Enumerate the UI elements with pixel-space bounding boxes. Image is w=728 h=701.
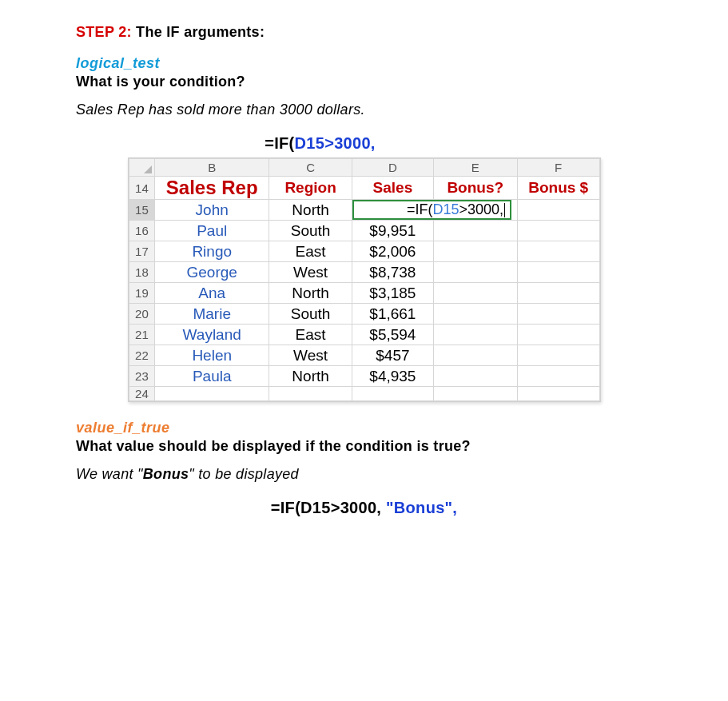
formula-highlight: D15>3000,	[295, 134, 376, 152]
spreadsheet-grid: B C D E F 14 Sales Rep Region Sales Bonu…	[129, 158, 600, 401]
cell-empty[interactable]	[517, 304, 599, 325]
row-header[interactable]: 16	[129, 221, 155, 241]
cell-region[interactable]: West	[269, 262, 352, 283]
hdr-bonus-amt[interactable]: Bonus $	[517, 177, 599, 200]
step-label: STEP 2:	[76, 24, 132, 40]
cell-sales[interactable]: $5,594	[352, 325, 433, 345]
cell-sales[interactable]: $4,935	[352, 366, 433, 387]
cell-empty[interactable]	[433, 387, 517, 401]
cell-empty[interactable]	[517, 387, 599, 401]
cell-empty[interactable]	[433, 241, 517, 262]
row-header[interactable]: 14	[129, 177, 155, 200]
cell-empty[interactable]	[433, 325, 517, 345]
cell-empty[interactable]	[517, 241, 599, 262]
cell-rep[interactable]: George	[155, 262, 269, 283]
cell-sales[interactable]: $457	[352, 345, 433, 366]
cell-empty[interactable]	[517, 325, 599, 345]
col-header-F[interactable]: F	[517, 159, 599, 177]
cell-rep[interactable]: John	[155, 200, 269, 221]
spreadsheet-screenshot: B C D E F 14 Sales Rep Region Sales Bonu…	[128, 157, 601, 402]
cell-region[interactable]: East	[269, 325, 352, 345]
cell-sales[interactable]: $2,006	[352, 241, 433, 262]
cell-sales[interactable]: $3,185	[352, 283, 433, 304]
formula-prefix: =IF(	[265, 134, 294, 152]
cell-rep[interactable]: Ana	[155, 283, 269, 304]
cell-sales[interactable]: $9,951	[352, 221, 433, 241]
row-header[interactable]: 15	[129, 200, 155, 221]
answer-post: " to be displayed	[189, 466, 299, 482]
col-header-D[interactable]: D	[352, 159, 433, 177]
cell-empty[interactable]	[433, 345, 517, 366]
row-header[interactable]: 18	[129, 262, 155, 283]
row-header[interactable]: 23	[129, 366, 155, 387]
answer-pre: We want "	[76, 466, 143, 482]
row-header[interactable]: 24	[129, 387, 155, 401]
cell-empty[interactable]	[517, 262, 599, 283]
table-row: 20 Marie South $1,661	[129, 304, 599, 325]
cell-region[interactable]: West	[269, 345, 352, 366]
cell-empty[interactable]	[517, 366, 599, 387]
hdr-sales[interactable]: Sales	[352, 177, 433, 200]
hdr-bonus-q[interactable]: Bonus?	[433, 177, 517, 200]
row-header[interactable]: 20	[129, 304, 155, 325]
table-row: 19 Ana North $3,185	[129, 283, 599, 304]
col-header-C[interactable]: C	[269, 159, 352, 177]
table-row: 17 Ringo East $2,006	[129, 241, 599, 262]
cell-region[interactable]: North	[269, 366, 352, 387]
row-header[interactable]: 19	[129, 283, 155, 304]
table-row: 16 Paul South $9,951	[129, 221, 599, 241]
table-row: 18 George West $8,738	[129, 262, 599, 283]
cell-empty[interactable]	[517, 221, 599, 241]
col-header-B[interactable]: B	[155, 159, 269, 177]
row-header[interactable]: 22	[129, 345, 155, 366]
cell-rep[interactable]: Ringo	[155, 241, 269, 262]
column-header-row: B C D E F	[129, 159, 599, 177]
cell-rep[interactable]: Helen	[155, 345, 269, 366]
step-rest: The IF arguments:	[132, 24, 265, 40]
cell-empty[interactable]	[433, 262, 517, 283]
hdr-sales-rep[interactable]: Sales Rep	[155, 177, 269, 200]
cell-region[interactable]: North	[269, 200, 352, 221]
cell-rep[interactable]: Paula	[155, 366, 269, 387]
hdr-region[interactable]: Region	[269, 177, 352, 200]
cell-region[interactable]: South	[269, 221, 352, 241]
cell-sales[interactable]: $8,738	[352, 262, 433, 283]
cell-F15[interactable]	[517, 200, 599, 221]
cell-D15[interactable]: =IF(D15>3000,	[352, 200, 433, 221]
cell-region[interactable]: East	[269, 241, 352, 262]
formula-logical-test: =IF(D15>3000,	[76, 134, 652, 153]
formula-text-ref: D15	[432, 201, 459, 218]
cell-empty[interactable]	[433, 304, 517, 325]
cell-empty[interactable]	[352, 387, 433, 401]
formula-text-post: >3000,	[459, 201, 504, 218]
cell-empty[interactable]	[517, 345, 599, 366]
cell-rep[interactable]: Marie	[155, 304, 269, 325]
cell-rep[interactable]: Wayland	[155, 325, 269, 345]
table-row: 14 Sales Rep Region Sales Bonus? Bonus $	[129, 177, 599, 200]
cell-empty[interactable]	[433, 221, 517, 241]
cell-sales[interactable]: $1,661	[352, 304, 433, 325]
cell-region[interactable]: South	[269, 304, 352, 325]
cell-empty[interactable]	[517, 283, 599, 304]
arg-value-if-true-question: What value should be displayed if the co…	[76, 438, 652, 455]
arg-logical-test-label: logical_test	[76, 55, 652, 72]
tutorial-page: STEP 2: The IF arguments: logical_test W…	[0, 0, 728, 701]
cell-empty[interactable]	[269, 387, 352, 401]
active-formula-cell[interactable]: =IF(D15>3000,	[352, 200, 511, 220]
arg-value-if-true-label: value_if_true	[76, 420, 652, 436]
answer-bold: Bonus	[143, 466, 189, 482]
row-header[interactable]: 17	[129, 241, 155, 262]
cell-empty[interactable]	[433, 283, 517, 304]
table-row: 24	[129, 387, 599, 401]
col-header-E[interactable]: E	[433, 159, 517, 177]
arg-logical-test-question: What is your condition?	[76, 74, 652, 90]
text-caret	[504, 203, 505, 217]
select-all-corner[interactable]	[129, 159, 155, 177]
cell-empty[interactable]	[433, 366, 517, 387]
cell-rep[interactable]: Paul	[155, 221, 269, 241]
row-header[interactable]: 21	[129, 325, 155, 345]
cell-empty[interactable]	[155, 387, 269, 401]
table-row: 22 Helen West $457	[129, 345, 599, 366]
formula-text-pre: =IF(	[407, 201, 433, 218]
cell-region[interactable]: North	[269, 283, 352, 304]
